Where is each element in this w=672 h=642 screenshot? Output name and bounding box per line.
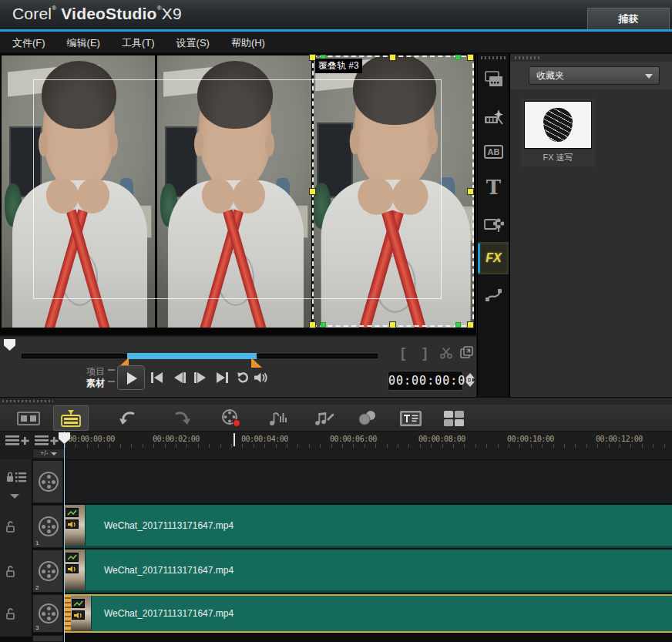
track-unlock-icon[interactable] <box>6 565 17 580</box>
videostudio-window: Corel®VideoStudio®X9 捕获 文件(F) 编辑(E) 工具(T… <box>0 0 672 642</box>
previous-frame-button[interactable] <box>174 369 186 386</box>
track-lock-icon[interactable] <box>6 471 28 486</box>
transition-ab-label: AB <box>484 145 504 159</box>
motion-applied-badge-icon <box>66 553 79 562</box>
filter-fx-label: FX <box>486 251 501 265</box>
next-frame-button[interactable] <box>194 369 206 386</box>
track-manager-icon[interactable] <box>5 434 29 447</box>
path-icon[interactable] <box>478 279 509 311</box>
resize-handle[interactable] <box>309 188 316 195</box>
library-item-fx-sketch[interactable]: FX 速写 <box>519 97 596 168</box>
timeline-ruler[interactable]: 00:00:00:00 00:00:02:00 00:00:04:00 00:0… <box>0 432 672 449</box>
title-t-label: T <box>486 176 501 199</box>
timeline-clip[interactable]: WeChat_20171113171647.mp4 <box>65 505 672 548</box>
timeline-clip-selected[interactable]: WeChat_20171113171647.mp4 <box>65 594 672 633</box>
graphic-icon[interactable] <box>478 208 509 240</box>
add-remove-track-button[interactable]: +/- <box>32 449 65 459</box>
play-button[interactable] <box>117 365 145 390</box>
overlay-track-row-1: 1 WeChat_20171113171647.mp4 <box>0 505 672 548</box>
timecode-decrease-button[interactable] <box>465 382 475 387</box>
preview-area: 覆叠轨 #3 <box>0 54 476 335</box>
instant-project-icon[interactable] <box>478 102 509 134</box>
split-clip-icon[interactable] <box>439 345 453 363</box>
brand-corel: Corel <box>12 5 52 22</box>
repeat-icon[interactable] <box>236 369 250 386</box>
resize-handle[interactable] <box>467 54 474 61</box>
overlay-preview-2[interactable] <box>157 55 311 328</box>
panel-grip[interactable] <box>481 56 506 59</box>
track-unlock-icon[interactable] <box>6 520 17 536</box>
end-button[interactable] <box>217 369 228 386</box>
resize-handle[interactable] <box>389 54 396 61</box>
distort-handle[interactable] <box>455 55 461 60</box>
overlay-track-button[interactable]: 3 <box>32 594 63 633</box>
clip-trim-handle[interactable] <box>65 596 71 631</box>
video-track-empty[interactable] <box>65 460 672 503</box>
redo-icon[interactable] <box>164 405 200 431</box>
ruler-label: 00:00:04:00 <box>241 435 288 443</box>
overlay-track-button[interactable]: 2 <box>32 550 63 593</box>
filter-icon[interactable]: FX <box>478 242 509 274</box>
gallery-folder-dropdown[interactable]: 收藏夹 <box>529 66 660 85</box>
menu-edit[interactable]: 编辑(E) <box>58 34 109 52</box>
title-icon[interactable]: T <box>478 171 509 203</box>
panel-separator[interactable] <box>0 397 672 405</box>
media-icon[interactable] <box>478 63 509 96</box>
track-unlock-icon[interactable] <box>6 607 17 623</box>
distort-handle[interactable] <box>321 322 326 328</box>
mark-out-button[interactable]: ] <box>422 345 427 361</box>
timecode-increase-button[interactable] <box>465 373 475 378</box>
timeline-clip[interactable]: WeChat_20171113171647.mp4 <box>65 550 672 593</box>
resize-handle[interactable] <box>467 321 474 328</box>
overlay-track-label: 覆叠轨 #3 <box>315 59 362 73</box>
collapse-tracks-icon[interactable] <box>10 494 19 499</box>
auto-music-icon[interactable] <box>307 405 342 431</box>
selection-marquee[interactable] <box>313 56 473 326</box>
clip-mode-toggle[interactable]: 素材 <box>74 377 105 390</box>
capture-button[interactable]: 捕获 <box>587 8 670 29</box>
resize-handle[interactable] <box>389 321 396 328</box>
clip-filename: WeChat_20171113171647.mp4 <box>104 565 234 576</box>
menu-settings[interactable]: 设置(S) <box>167 34 219 52</box>
video-track-button[interactable] <box>32 460 63 503</box>
menu-file[interactable]: 文件(F) <box>3 34 55 52</box>
sketch-scribble-graphic <box>543 108 573 142</box>
ruler-label: 00:00:12:00 <box>596 435 643 443</box>
ruler-label: 00:00:00:00 <box>68 435 115 443</box>
distort-handle[interactable] <box>455 322 461 328</box>
audio-badge-icon <box>72 610 85 620</box>
mark-in-button[interactable]: [ <box>401 345 405 361</box>
transition-icon[interactable]: AB <box>478 136 509 168</box>
add-track-icon[interactable] <box>34 434 59 447</box>
record-capture-icon[interactable] <box>214 405 250 431</box>
player-panel: 项目 素材 [ ] 00:00:00:00 <box>0 335 476 397</box>
ruler-label: 00:00:02:00 <box>153 435 200 443</box>
scrub-marker[interactable] <box>4 339 15 351</box>
resize-handle[interactable] <box>467 188 474 195</box>
subtitle-editor-icon[interactable] <box>393 405 428 431</box>
audio-badge-icon <box>66 519 79 529</box>
timeline-view-icon[interactable] <box>53 405 89 431</box>
storyboard-view-icon[interactable] <box>11 405 46 431</box>
timecode-display[interactable]: 00:00:00:00 <box>388 371 463 391</box>
brand-product: VideoStudio <box>61 5 156 22</box>
next-track-tile-partial <box>32 635 63 642</box>
overlay-track-button[interactable]: 1 <box>32 505 63 548</box>
motion-tracking-icon[interactable] <box>351 405 386 431</box>
sound-mixer-icon[interactable] <box>260 405 296 431</box>
menu-tools[interactable]: 工具(T) <box>113 34 164 52</box>
trim-out-marker[interactable] <box>251 358 262 368</box>
volume-icon[interactable] <box>253 369 268 386</box>
filter-thumbnail <box>524 101 592 149</box>
panel-grip[interactable] <box>515 56 541 59</box>
ruler-label: 00:00:10:00 <box>507 435 554 443</box>
ruler-marker <box>234 433 235 446</box>
resize-handle[interactable] <box>309 321 316 328</box>
enlarge-preview-icon[interactable] <box>459 345 474 364</box>
overlay-preview-1[interactable] <box>2 55 155 328</box>
video-frame <box>157 55 311 328</box>
undo-icon[interactable] <box>110 405 146 431</box>
split-screen-template-icon[interactable] <box>436 405 472 431</box>
menu-help[interactable]: 帮助(H) <box>222 34 274 52</box>
home-button[interactable] <box>151 369 163 386</box>
